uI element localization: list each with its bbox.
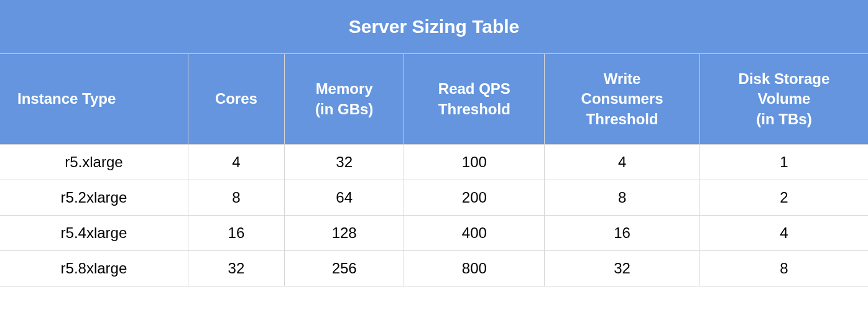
table-row: r5.2xlarge 8 64 200 8 2 [0,180,868,216]
cell-instance-type: r5.4xlarge [0,216,188,251]
cell-write-consumers: 4 [545,145,700,180]
cell-cores: 8 [188,180,284,216]
cell-memory: 64 [284,180,404,216]
cell-read-qps: 200 [404,180,545,216]
table-row: r5.xlarge 4 32 100 4 1 [0,145,868,180]
cell-cores: 16 [188,216,284,251]
cell-disk-storage: 4 [699,216,868,251]
cell-disk-storage: 8 [699,251,868,286]
col-write-consumers: WriteConsumersThreshold [545,54,700,145]
col-disk-storage: Disk StorageVolume(in TBs) [699,54,868,145]
table-title: Server Sizing Table [0,0,868,54]
sizing-table: Server Sizing Table Instance Type Cores … [0,0,868,286]
cell-memory: 128 [284,216,404,251]
col-cores: Cores [188,54,284,145]
cell-cores: 32 [188,251,284,286]
cell-memory: 256 [284,251,404,286]
cell-write-consumers: 32 [545,251,700,286]
cell-read-qps: 100 [404,145,545,180]
cell-memory: 32 [284,145,404,180]
cell-instance-type: r5.8xlarge [0,251,188,286]
cell-cores: 4 [188,145,284,180]
cell-read-qps: 400 [404,216,545,251]
cell-instance-type: r5.xlarge [0,145,188,180]
col-memory: Memory(in GBs) [284,54,404,145]
cell-disk-storage: 2 [699,180,868,216]
col-instance-type: Instance Type [0,54,188,145]
col-read-qps: Read QPSThreshold [404,54,545,145]
cell-write-consumers: 16 [545,216,700,251]
server-sizing-table: Server Sizing Table Instance Type Cores … [0,0,868,286]
table-row: r5.4xlarge 16 128 400 16 4 [0,216,868,251]
cell-read-qps: 800 [404,251,545,286]
table-row: r5.8xlarge 32 256 800 32 8 [0,251,868,286]
table-header-row: Instance Type Cores Memory(in GBs) Read … [0,54,868,145]
cell-write-consumers: 8 [545,180,700,216]
cell-instance-type: r5.2xlarge [0,180,188,216]
cell-disk-storage: 1 [699,145,868,180]
